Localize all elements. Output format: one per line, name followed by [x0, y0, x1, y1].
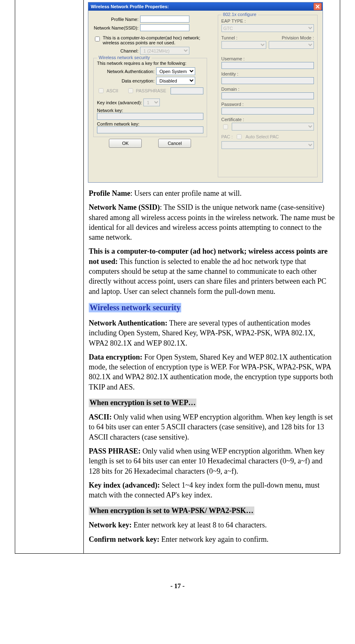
identity-label: Identity :	[221, 71, 314, 76]
ok-button[interactable]: OK	[109, 139, 142, 148]
page-number: - 17 -	[0, 582, 355, 590]
keyindex-label: Key index (advanced):	[97, 100, 142, 105]
para-dataenc: Data encryption: For Open System, Shared…	[89, 352, 335, 392]
close-icon	[316, 5, 320, 9]
confirmkey-input	[97, 126, 203, 133]
username-label: Username :	[221, 56, 314, 61]
para-ssid: Network Name (SSID): The SSID is the uni…	[89, 202, 335, 242]
adhoc-checkbox[interactable]	[95, 37, 100, 41]
tunnel-label: Tunnel :	[221, 35, 267, 40]
username-input	[221, 62, 314, 69]
adhoc-label: This is a computer-to-computer(ad hoc) n…	[103, 35, 207, 45]
dataenc-select[interactable]: Disabled	[156, 77, 195, 85]
para-netauth: Network Authentication: There are severa…	[89, 318, 335, 348]
confirmkey-label: Confirm network key:	[97, 121, 203, 126]
dialog-left-pane: Profile Name: Network Name(SSID): This i…	[90, 11, 210, 181]
cert-checkbox	[223, 124, 228, 129]
security-subtext: This network requires a key for the foll…	[97, 61, 203, 66]
para-passphrase: PASS PHRASE: Only valid when using WEP e…	[89, 446, 335, 476]
para-keyindex: Key index (advanced): Select 1~4 key ind…	[89, 480, 335, 500]
identity-input	[221, 77, 314, 84]
autopac-checkbox	[237, 134, 242, 139]
wireless-properties-dialog: Wireless Network Profile Properties: Pro…	[88, 2, 323, 183]
ascii-label: ASCII	[106, 88, 118, 93]
ssid-label: Network Name(SSID):	[93, 25, 138, 30]
channel-label: Channel:	[93, 48, 138, 53]
para-profile-name: Profile Name: Users can enter profile na…	[89, 188, 335, 198]
cancel-button[interactable]: Cancel	[158, 139, 191, 148]
passphrase-label: PASSPHRASE	[136, 88, 166, 93]
cert-label: Certificate :	[221, 117, 314, 122]
profile-name-input[interactable]	[140, 16, 189, 23]
subheading-wpa: When encryption is set to WPA-PSK/ WPA2-…	[89, 506, 254, 515]
left-margin-column	[15, 0, 84, 553]
8021x-fieldset: 802.1x configure EAP TYPE : GTC Tunnel :	[218, 15, 318, 177]
keyindex-select: 1	[143, 99, 160, 106]
netkey-input	[97, 113, 203, 120]
section-heading-security: Wireless network security	[89, 303, 181, 312]
pac-select	[221, 141, 314, 149]
8021x-legend: 802.1x configure	[221, 12, 258, 17]
eap-select: GTC	[221, 24, 314, 32]
channel-select: 1 (2412MHz)	[140, 47, 189, 55]
dialog-right-pane: 802.1x configure EAP TYPE : GTC Tunnel :	[214, 11, 321, 181]
dataenc-label: Data encryption:	[97, 78, 154, 83]
privmode-label: Privision Mode :	[269, 35, 314, 40]
ssid-input[interactable]	[140, 24, 189, 31]
eap-label: EAP TYPE :	[221, 18, 314, 23]
netkey-label: Network key:	[97, 108, 203, 113]
domain-label: Domain :	[221, 87, 314, 92]
close-button[interactable]	[314, 3, 322, 10]
password-label: Password :	[221, 102, 314, 107]
netauth-select[interactable]: Open System	[156, 67, 195, 75]
domain-input	[221, 92, 314, 99]
dialog-title: Wireless Network Profile Properties:	[91, 4, 169, 9]
para-confirmkey: Confirm network key: Enter network key a…	[89, 534, 335, 544]
privmode-select	[269, 41, 314, 49]
passphrase-input	[171, 87, 203, 94]
para-adhoc: This is a computer-to-computer (ad hoc) …	[89, 246, 335, 296]
security-fieldset: Wireless network security This network r…	[93, 58, 207, 137]
para-ascii: ASCII: Only valid when using WEP encrypt…	[89, 412, 335, 442]
netauth-label: Network Authentication:	[97, 69, 154, 74]
profile-name-label: Profile Name:	[93, 17, 138, 22]
pac-label: PAC :	[221, 134, 233, 139]
password-input	[221, 108, 314, 115]
tunnel-select	[221, 41, 267, 49]
para-netkey: Network key: Enter network key at least …	[89, 520, 335, 530]
subheading-wep: When encryption is set to WEP…	[89, 399, 196, 407]
dialog-titlebar: Wireless Network Profile Properties:	[88, 2, 323, 11]
security-legend: Wireless network security	[97, 55, 152, 60]
ascii-checkbox	[99, 88, 104, 93]
passphrase-checkbox	[128, 88, 133, 93]
cert-select	[232, 123, 314, 131]
autopac-label: Auto Select PAC	[245, 134, 279, 139]
